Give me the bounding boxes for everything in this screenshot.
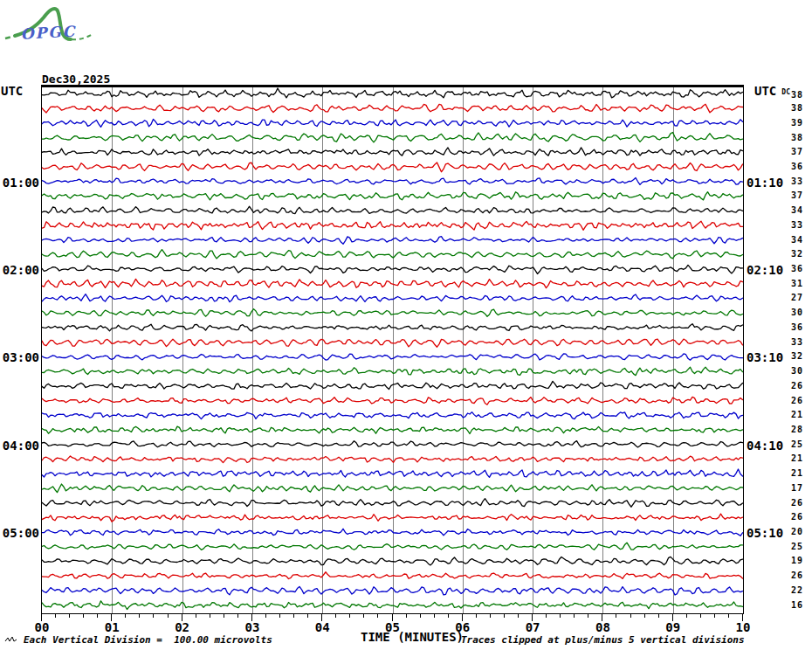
dc-value: 26 (774, 381, 803, 391)
minor-tick (658, 613, 659, 618)
minor-tick (196, 613, 196, 618)
dc-value: 26 (774, 498, 803, 508)
minor-tick (546, 613, 547, 618)
dc-value: 32 (774, 351, 803, 361)
minor-tick (476, 613, 477, 618)
dc-value: 37 (774, 190, 803, 200)
dc-value: 19 (774, 556, 803, 565)
dc-value: 30 (774, 366, 803, 376)
trace-canvas (42, 87, 743, 613)
dc-value: 25 (774, 439, 803, 449)
minor-tick (377, 613, 378, 618)
x-tick-label: 02 (175, 620, 189, 634)
minor-tick (97, 613, 98, 618)
x-tick-label: 10 (736, 620, 751, 634)
minor-tick (237, 613, 238, 618)
dc-value: 31 (774, 279, 803, 288)
minor-tick (224, 613, 224, 618)
dc-value: 32 (774, 249, 803, 259)
dc-value: 26 (774, 570, 803, 580)
minor-tick (700, 613, 701, 618)
left-hour-label: 05:00 (0, 526, 39, 540)
dc-value: 28 (774, 425, 803, 434)
minor-tick (153, 613, 154, 618)
x-tick-label: 08 (595, 620, 610, 634)
plot-area (41, 85, 744, 614)
dc-value: 22 (774, 585, 803, 595)
minor-tick (69, 613, 70, 618)
minor-tick (83, 613, 84, 618)
dc-value: 36 (774, 322, 803, 332)
logo-text: OPGC (20, 23, 77, 43)
minor-tick (125, 613, 126, 618)
dc-axis-label: DC (781, 88, 790, 96)
minor-tick (279, 613, 280, 618)
minor-tick (349, 613, 350, 618)
dc-value: 36 (774, 264, 803, 273)
minor-tick (293, 613, 294, 618)
dc-value: 34 (774, 235, 803, 245)
dc-value: 21 (774, 453, 803, 463)
x-tick-label: 03 (244, 620, 259, 634)
dc-value: 33 (774, 220, 803, 230)
minor-tick (588, 613, 588, 618)
minor-tick (168, 613, 169, 618)
minor-tick (55, 613, 56, 618)
dc-value: 21 (774, 410, 803, 419)
dc-value: 34 (774, 205, 803, 215)
dc-value: 27 (774, 293, 803, 302)
minor-tick (574, 613, 575, 618)
minor-tick (616, 613, 616, 618)
minor-tick (560, 613, 561, 618)
wiggle-icon (4, 636, 18, 644)
vertical-division-note: Each Vertical Division = 100.00 microvol… (24, 634, 272, 646)
dc-value: 25 (774, 542, 803, 551)
date-label: Dec30,2025 (42, 73, 199, 86)
minor-tick (630, 613, 631, 618)
dc-value: 38 (774, 133, 803, 142)
left-hour-label: 03:00 (0, 350, 39, 364)
minor-tick (644, 613, 645, 618)
minor-tick (686, 613, 687, 618)
dc-value: 20 (774, 527, 803, 536)
dc-value: 33 (774, 337, 803, 347)
dc-value: 16 (774, 600, 803, 610)
minor-tick (490, 613, 491, 618)
dc-value: 33 (774, 176, 803, 186)
dc-value: 38 (774, 103, 803, 113)
left-hour-label: 01:00 (0, 176, 39, 190)
dc-value: DC38 (774, 88, 803, 100)
x-tick-label: 01 (105, 620, 120, 634)
minor-tick (335, 613, 336, 618)
x-tick-label: 00 (35, 620, 50, 634)
dc-value: 30 (774, 308, 803, 317)
helicorder-page: OPGC Dec30,2025 COLF HHZ FR 00 (Collange… (0, 0, 812, 650)
minor-tick (139, 613, 140, 618)
minor-tick (434, 613, 435, 618)
utc-label-left: UTC (1, 84, 23, 98)
minor-tick (728, 613, 729, 618)
minor-tick (714, 613, 715, 618)
x-tick-label: 04 (315, 620, 330, 634)
dc-value: 37 (774, 147, 803, 156)
minor-tick (518, 613, 519, 618)
minor-tick (363, 613, 364, 618)
minor-tick (265, 613, 266, 618)
minor-tick (448, 613, 449, 618)
opgc-logo: OPGC (3, 2, 100, 47)
dc-value: 39 (774, 118, 803, 128)
minor-tick (406, 613, 407, 618)
dc-value: 26 (774, 512, 803, 522)
clipping-note: Traces clipped at plus/minus 5 vertical … (461, 634, 745, 646)
left-hour-label: 04:00 (0, 439, 39, 453)
dc-value: 21 (774, 468, 803, 478)
dc-value: 36 (774, 162, 803, 171)
x-axis-title: TIME (MINUTES) (361, 630, 464, 644)
dc-value: 17 (774, 483, 803, 493)
minor-tick (504, 613, 505, 618)
minor-tick (420, 613, 421, 618)
x-tick-label: 09 (665, 620, 680, 634)
minor-tick (210, 613, 210, 618)
dc-value: 26 (774, 396, 803, 405)
x-tick-label: 07 (526, 620, 540, 634)
